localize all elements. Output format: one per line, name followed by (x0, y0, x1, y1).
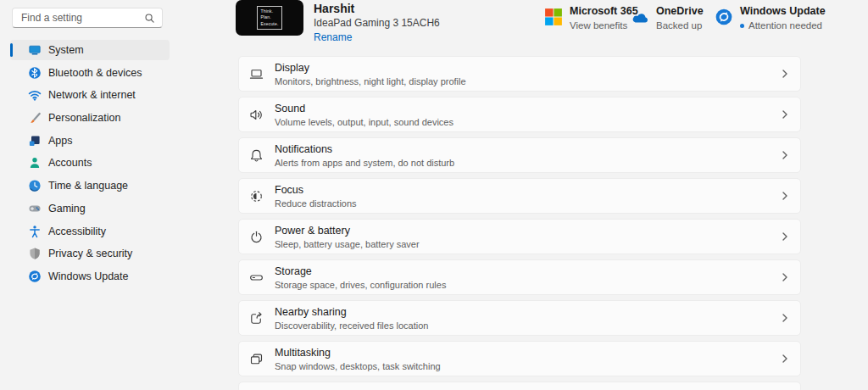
accessibility-icon (28, 225, 42, 238)
status-dot (740, 24, 744, 28)
badge-windows-update[interactable]: Windows Update Attention needed (715, 5, 826, 31)
settings-row-notifications[interactable]: Notifications Alerts from apps and syste… (238, 137, 801, 173)
sidebar-item-apps[interactable]: Apps (10, 131, 170, 151)
settings-row-subtitle: Alerts from apps and system, do not dist… (275, 158, 454, 168)
time-language-icon (28, 179, 42, 192)
chevron-right-icon (780, 69, 790, 79)
settings-row-partial[interactable] (238, 382, 801, 390)
sidebar-item-personalization[interactable]: Personalization (10, 108, 170, 128)
focus-icon (248, 188, 264, 204)
device-name: Harshit (314, 2, 440, 15)
display-icon (248, 66, 264, 82)
chevron-right-icon (780, 150, 790, 160)
sidebar-item-network-internet[interactable]: Network & internet (10, 85, 170, 105)
chevron-right-icon (780, 354, 790, 364)
settings-row-subtitle: Volume levels, output, input, sound devi… (275, 117, 453, 127)
sidebar-item-label: Windows Update (48, 270, 129, 282)
settings-row-title: Display (275, 62, 466, 74)
sidebar-item-label: Privacy & security (48, 248, 132, 259)
settings-row-title: Sound (275, 103, 453, 114)
notifications-icon (248, 148, 264, 164)
settings-window: System Bluetooth & devices Network & int… (0, 0, 868, 390)
sidebar-item-label: Apps (48, 135, 73, 147)
settings-row-title: Storage (275, 265, 446, 277)
settings-row-subtitle: Discoverability, received files location (275, 320, 428, 331)
accounts-icon (28, 156, 42, 170)
nearby-sharing-icon (248, 310, 264, 326)
sidebar-item-accounts[interactable]: Accounts (10, 153, 170, 173)
sidebar-item-label: Personalization (48, 112, 120, 124)
settings-row-title: Focus (275, 184, 357, 196)
settings-row-power-battery[interactable]: Power & battery Sleep, battery usage, ba… (238, 219, 801, 254)
badge-onedrive[interactable]: OneDrive Backed up (631, 5, 704, 31)
search-input[interactable] (21, 12, 144, 24)
sidebar-item-label: Bluetooth & devices (48, 67, 142, 79)
sidebar-item-windows-update[interactable]: Windows Update (10, 266, 170, 287)
sidebar-item-label: Network & internet (48, 89, 136, 101)
search-icon (144, 13, 155, 24)
sidebar-item-time-language[interactable]: Time & language (10, 176, 170, 196)
settings-rows: Display Monitors, brightness, night ligh… (238, 56, 801, 390)
chevron-right-icon (780, 109, 790, 120)
badge-subtitle: Backed up (656, 20, 702, 31)
wallpaper-text: Think. Plan. Execute. (257, 6, 281, 31)
rename-link[interactable]: Rename (314, 31, 352, 43)
badge-subtitle: View benefits (570, 20, 627, 31)
microsoft-365-icon (544, 8, 563, 26)
sidebar-nav: System Bluetooth & devices Network & int… (10, 40, 170, 289)
sound-icon (248, 107, 264, 123)
sidebar-item-accessibility[interactable]: Accessibility (10, 221, 170, 242)
bluetooth-icon (28, 66, 42, 80)
settings-row-multitasking[interactable]: Multitasking Snap windows, desktops, tas… (238, 341, 801, 376)
device-model: IdeaPad Gaming 3 15ACH6 (314, 17, 440, 29)
badge-title: Windows Update (740, 5, 826, 17)
settings-row-storage[interactable]: Storage Storage space, drives, configura… (238, 259, 801, 295)
chevron-right-icon (780, 191, 790, 201)
windows-update-icon (28, 270, 42, 283)
multitasking-icon (248, 351, 264, 367)
system-icon (28, 43, 42, 57)
chevron-right-icon (780, 272, 790, 282)
power-icon (248, 229, 264, 245)
device-wallpaper-thumbnail: Think. Plan. Execute. (236, 0, 303, 36)
privacy-security-icon (28, 247, 42, 260)
windows-update-icon (715, 8, 733, 26)
storage-icon (248, 270, 264, 286)
network-icon (28, 88, 42, 102)
settings-row-subtitle: Storage space, drives, configuration rul… (275, 280, 446, 290)
settings-row-focus[interactable]: Focus Reduce distractions (238, 178, 801, 214)
sidebar-item-gaming[interactable]: Gaming (10, 198, 170, 219)
settings-row-nearby-sharing[interactable]: Nearby sharing Discoverability, received… (238, 300, 801, 336)
chevron-right-icon (780, 231, 790, 242)
settings-row-sound[interactable]: Sound Volume levels, output, input, soun… (238, 97, 801, 132)
onedrive-icon (631, 8, 649, 26)
sidebar-item-label: Gaming (48, 203, 86, 214)
badge-title: OneDrive (656, 5, 704, 17)
settings-row-title: Notifications (275, 143, 454, 155)
settings-row-subtitle: Reduce distractions (275, 198, 357, 209)
settings-row-subtitle: Monitors, brightness, night light, displ… (275, 76, 466, 86)
apps-icon (28, 134, 42, 148)
sidebar-item-label: Accessibility (48, 226, 106, 237)
sidebar-item-privacy-security[interactable]: Privacy & security (10, 243, 170, 264)
sidebar-item-bluetooth-devices[interactable]: Bluetooth & devices (10, 63, 170, 83)
settings-row-title: Nearby sharing (275, 306, 428, 318)
badge-title: Microsoft 365 (570, 5, 638, 17)
settings-row-subtitle: Snap windows, desktops, task switching (275, 361, 441, 371)
settings-row-subtitle: Sleep, battery usage, battery saver (275, 239, 420, 249)
badge-subtitle: Attention needed (748, 20, 822, 31)
sidebar-item-label: System (48, 44, 84, 56)
search-box[interactable] (12, 8, 163, 28)
settings-row-title: Multitasking (275, 347, 441, 359)
sidebar-item-label: Accounts (48, 157, 92, 169)
sidebar-item-label: Time & language (48, 180, 128, 192)
device-info: Harshit IdeaPad Gaming 3 15ACH6 Rename (314, 2, 440, 44)
chevron-right-icon (780, 313, 790, 323)
settings-row-title: Power & battery (275, 225, 420, 237)
settings-row-display[interactable]: Display Monitors, brightness, night ligh… (238, 56, 801, 92)
gaming-icon (28, 202, 42, 215)
badge-microsoft-365[interactable]: Microsoft 365 View benefits (544, 5, 638, 31)
personalization-icon (28, 111, 42, 125)
main-content: Think. Plan. Execute. Harshit IdeaPad Ga… (236, 0, 868, 390)
sidebar-item-system[interactable]: System (10, 40, 170, 60)
